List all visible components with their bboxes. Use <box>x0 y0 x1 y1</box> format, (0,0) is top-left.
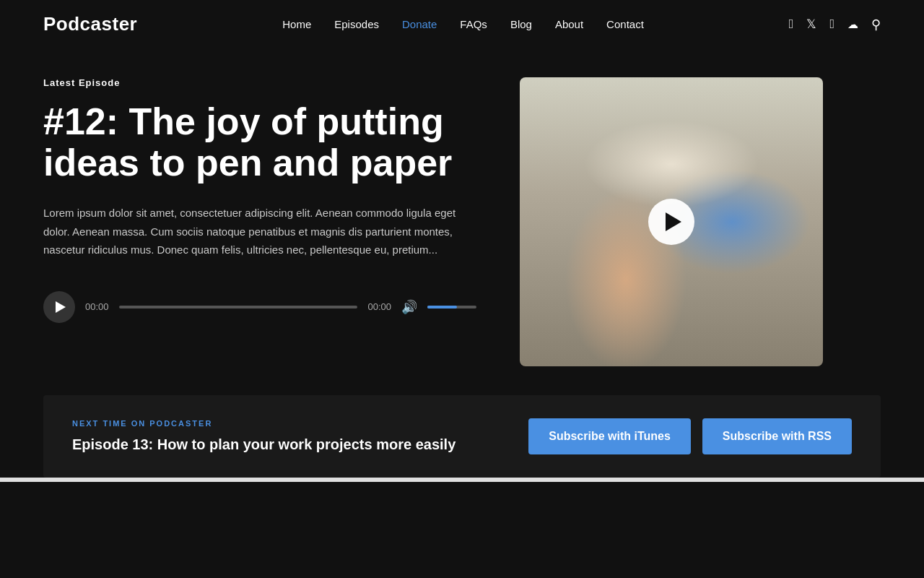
audio-play-button[interactable] <box>43 291 75 323</box>
facebook-icon[interactable]:  <box>789 17 794 32</box>
audio-player: 00:00 00:00 🔊 <box>43 285 476 329</box>
nav-contact[interactable]: Contact <box>606 18 644 30</box>
social-icons:  𝕏  ☁ ⚲ <box>789 17 881 33</box>
next-episode-info: NEXT TIME ON PODCASTER Episode 13: How t… <box>72 419 456 454</box>
audio-time-start: 00:00 <box>85 301 109 312</box>
audio-progress-bar[interactable] <box>119 306 358 309</box>
subscribe-itunes-button[interactable]: Subscribe with iTunes <box>528 418 691 454</box>
next-episode-title: Episode 13: How to plan your work projec… <box>72 435 456 454</box>
twitter-icon[interactable]: 𝕏 <box>806 17 816 32</box>
nav-episodes[interactable]: Episodes <box>334 18 379 30</box>
site-header: Podcaster Home Episodes Donate FAQs Blog… <box>0 0 924 48</box>
next-time-label: NEXT TIME ON PODCASTER <box>72 419 456 428</box>
nav-home[interactable]: Home <box>282 18 311 30</box>
apple-icon[interactable]:  <box>829 17 834 32</box>
nav-blog[interactable]: Blog <box>510 18 532 30</box>
audio-time-end: 00:00 <box>367 301 391 312</box>
episode-thumbnail <box>520 77 823 366</box>
soundcloud-icon[interactable]: ☁ <box>847 18 858 31</box>
video-play-button[interactable] <box>648 199 694 245</box>
nav-faqs[interactable]: FAQs <box>460 18 487 30</box>
hero-section: Latest Episode #12: The joy of putting i… <box>0 48 924 395</box>
nav-about[interactable]: About <box>555 18 583 30</box>
episode-description: Lorem ipsum dolor sit amet, consectetuer… <box>43 204 476 259</box>
volume-bar-fill <box>427 306 457 309</box>
hero-text: Latest Episode #12: The joy of putting i… <box>43 77 476 329</box>
next-episode-banner: NEXT TIME ON PODCASTER Episode 13: How t… <box>43 395 881 478</box>
subscribe-rss-button[interactable]: Subscribe with RSS <box>702 418 852 454</box>
volume-icon[interactable]: 🔊 <box>401 299 417 315</box>
search-icon[interactable]: ⚲ <box>871 17 881 33</box>
site-logo[interactable]: Podcaster <box>43 13 137 35</box>
latest-episode-label: Latest Episode <box>43 77 476 88</box>
bottom-divider <box>0 478 924 482</box>
episode-title: #12: The joy of putting ideas to pen and… <box>43 101 476 184</box>
volume-bar[interactable] <box>427 306 476 309</box>
nav-donate[interactable]: Donate <box>402 18 437 30</box>
subscribe-buttons: Subscribe with iTunes Subscribe with RSS <box>528 418 852 454</box>
main-nav: Home Episodes Donate FAQs Blog About Con… <box>282 18 644 30</box>
